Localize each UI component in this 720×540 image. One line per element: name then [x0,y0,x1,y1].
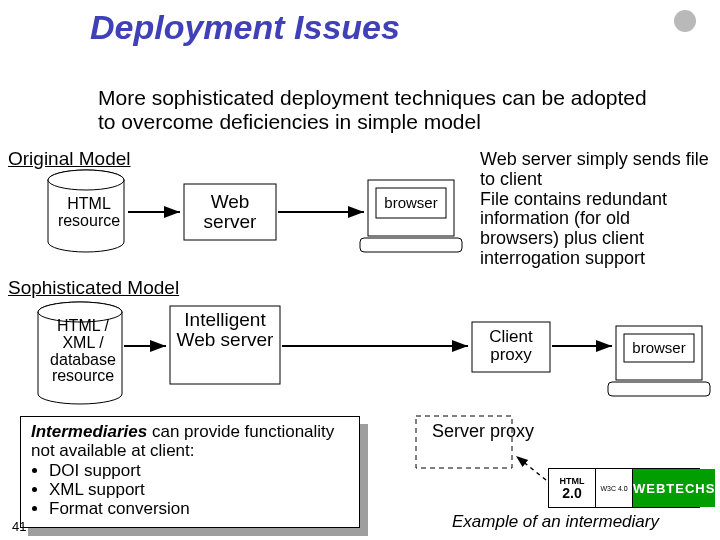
original-browser-label: browser [378,194,444,211]
svg-rect-5 [360,238,462,252]
original-description: Web server simply sends file to client F… [480,150,714,269]
note-bullet: DOI support [49,462,349,481]
page-number: 41 [12,519,26,534]
soph-browser-label: browser [626,339,692,356]
intermediaries-note: Intermediaries can provide functionality… [20,416,360,528]
svg-rect-14 [608,382,710,396]
intermediary-logos: HTML2.0 W3C 4.0 WEBTECHS [548,468,700,508]
svg-line-19 [516,456,546,480]
soph-server-label: Intelligent Web server [172,310,278,350]
server-proxy-label: Server proxy [432,422,534,442]
client-proxy-label: Client proxy [474,328,548,364]
soph-resource-label: HTML / XML / database resource [44,318,122,385]
original-browser-monitor [360,180,462,252]
soph-browser-monitor [608,326,710,396]
example-caption: Example of an intermediary [452,512,659,532]
original-server-label: Web server [186,192,274,232]
svg-point-1 [48,170,124,190]
note-lead: Intermediaries [31,422,147,441]
original-resource-label: HTML resource [54,196,124,230]
note-bullet: XML support [49,481,349,500]
note-bullet: Format conversion [49,500,349,519]
